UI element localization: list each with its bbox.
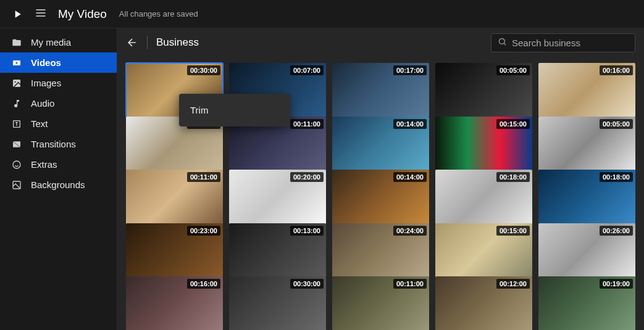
duration-badge: 00:16:00 xyxy=(600,65,633,75)
sidebar-item-backgrounds[interactable]: Backgrounds xyxy=(0,175,117,195)
video-thumb[interactable]: 00:05:00 xyxy=(538,117,635,171)
duration-badge: 00:05:00 xyxy=(600,119,633,129)
duration-badge: 00:12:00 xyxy=(496,279,530,289)
sidebar-item-extras[interactable]: Extras xyxy=(0,154,117,175)
main-panel: Business 00:30:0000:07:0000:17:0000:05:0… xyxy=(117,28,644,330)
sidebar-item-images[interactable]: Images xyxy=(0,73,117,93)
search-icon xyxy=(498,37,507,49)
video-thumb[interactable]: 00:20:00 xyxy=(229,170,326,224)
video-thumb[interactable]: 00:23:00 xyxy=(126,223,223,278)
video-thumb[interactable]: 00:24:00 xyxy=(332,223,429,278)
category-title: Business xyxy=(156,36,199,49)
sidebar-item-label: Images xyxy=(31,78,61,88)
sidebar-item-audio[interactable]: Audio xyxy=(0,93,117,113)
video-thumb[interactable]: 00:12:00 xyxy=(435,276,532,330)
transition-icon xyxy=(11,139,22,149)
sidebar-item-label: My media xyxy=(31,37,71,47)
sidebar-item-label: Videos xyxy=(31,57,61,68)
sidebar-item-label: Backgrounds xyxy=(31,179,85,190)
duration-badge: 00:11:00 xyxy=(187,172,220,182)
duration-badge: 00:15:00 xyxy=(496,226,530,236)
project-title: My Video xyxy=(58,7,107,21)
video-icon xyxy=(11,58,22,68)
duration-badge: 00:17:00 xyxy=(393,65,427,75)
sidebar-item-label: Transitions xyxy=(31,139,76,149)
sidebar-item-label: Text xyxy=(31,118,48,129)
context-menu: Trim xyxy=(179,94,290,126)
video-thumb[interactable]: 00:15:00 xyxy=(435,117,532,171)
video-thumb[interactable]: 00:14:00 xyxy=(332,170,429,224)
duration-badge: 00:16:00 xyxy=(187,279,220,289)
duration-badge: 00:19:00 xyxy=(600,279,633,289)
background-icon xyxy=(11,180,22,190)
duration-badge: 00:05:00 xyxy=(496,65,530,75)
video-thumb[interactable]: 00:14:00 xyxy=(332,117,429,171)
duration-badge: 00:30:00 xyxy=(187,65,220,75)
search-input[interactable] xyxy=(512,38,629,48)
duration-badge: 00:15:00 xyxy=(496,119,530,129)
sidebar-item-videos[interactable]: Videos xyxy=(0,52,117,73)
video-thumb[interactable]: 00:26:00 xyxy=(538,223,635,278)
sidebar-item-transitions[interactable]: Transitions xyxy=(0,134,117,154)
duration-badge: 00:20:00 xyxy=(290,172,324,182)
video-thumb[interactable]: 00:17:00 xyxy=(332,63,429,117)
sidebar-item-label: Audio xyxy=(31,98,54,109)
duration-badge: 00:07:00 xyxy=(290,65,324,75)
duration-badge: 00:11:00 xyxy=(290,119,324,129)
duration-badge: 00:26:00 xyxy=(600,226,633,236)
context-menu-trim[interactable]: Trim xyxy=(179,100,290,120)
duration-badge: 00:24:00 xyxy=(393,226,427,236)
duration-badge: 00:13:00 xyxy=(290,226,324,236)
video-thumb[interactable]: 00:05:00 xyxy=(435,63,532,117)
video-thumb[interactable]: 00:19:00 xyxy=(538,276,635,330)
divider xyxy=(147,36,148,49)
video-thumb[interactable]: 00:16:00 xyxy=(538,63,635,117)
text-icon xyxy=(11,119,22,129)
app-logo-icon xyxy=(11,8,23,20)
sidebar-item-label: Extras xyxy=(31,159,57,170)
duration-badge: 00:11:00 xyxy=(393,279,427,289)
svg-point-8 xyxy=(13,161,20,168)
video-thumb[interactable]: 00:30:00 xyxy=(229,276,326,330)
app-header: My Video All changes are saved xyxy=(0,0,644,28)
video-thumb[interactable]: 00:13:00 xyxy=(229,223,326,278)
svg-point-5 xyxy=(15,81,16,82)
folder-icon xyxy=(11,38,22,47)
search-box[interactable] xyxy=(491,33,635,52)
extras-icon xyxy=(11,160,22,170)
duration-badge: 00:14:00 xyxy=(393,172,427,182)
menu-icon[interactable] xyxy=(35,7,47,22)
video-thumb[interactable]: 00:18:00 xyxy=(435,170,532,224)
video-thumb[interactable]: 00:18:00 xyxy=(538,170,635,224)
duration-badge: 00:23:00 xyxy=(187,226,220,236)
duration-badge: 00:18:00 xyxy=(600,172,633,182)
main-header: Business xyxy=(117,28,644,57)
back-icon[interactable] xyxy=(126,36,138,49)
sidebar: My media Videos Images Audio Text Transi… xyxy=(0,28,117,330)
save-status: All changes are saved xyxy=(119,9,198,19)
video-thumb[interactable]: 00:11:00 xyxy=(126,170,223,224)
video-thumb[interactable]: 00:11:00 xyxy=(332,276,429,330)
sidebar-item-text[interactable]: Text xyxy=(0,113,117,134)
duration-badge: 00:14:00 xyxy=(393,119,427,129)
duration-badge: 00:30:00 xyxy=(290,279,324,289)
sidebar-item-my-media[interactable]: My media xyxy=(0,32,117,52)
video-thumb[interactable]: 00:16:00 xyxy=(126,276,223,330)
duration-badge: 00:18:00 xyxy=(496,172,530,182)
audio-icon xyxy=(11,99,22,109)
svg-point-10 xyxy=(500,38,505,44)
video-thumb[interactable]: 00:15:00 xyxy=(435,223,532,278)
image-icon xyxy=(11,78,22,88)
